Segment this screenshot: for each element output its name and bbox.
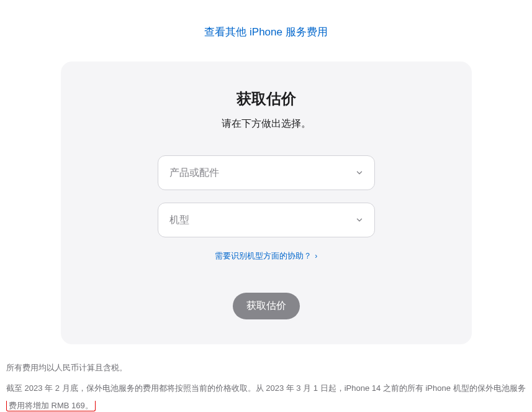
help-link-text: 需要识别机型方面的协助？ [215, 251, 312, 260]
product-select[interactable]: 产品或配件 [158, 155, 375, 190]
other-service-fees-link[interactable]: 查看其他 iPhone 服务费用 [204, 26, 327, 38]
top-link-container: 查看其他 iPhone 服务费用 [6, 25, 526, 39]
footer-line-2-part1: 截至 2023 年 2 月底，保外电池服务的费用都将按照当前的价格收取。从 20… [6, 383, 526, 393]
footer-line-2: 截至 2023 年 2 月底，保外电池服务的费用都将按照当前的价格收取。从 20… [6, 380, 526, 412]
footer-text: 所有费用均以人民币计算且含税。 截至 2023 年 2 月底，保外电池服务的费用… [6, 359, 526, 412]
card-title: 获取估价 [86, 89, 447, 109]
identify-model-help-link[interactable]: 需要识别机型方面的协助？ › [215, 251, 318, 260]
product-select-wrapper: 产品或配件 [158, 155, 375, 190]
chevron-right-icon: › [315, 252, 317, 260]
footer-line-1: 所有费用均以人民币计算且含税。 [6, 359, 526, 377]
model-select[interactable]: 机型 [158, 203, 375, 237]
estimate-card: 获取估价 请在下方做出选择。 产品或配件 机型 需要识别机型方面的协助？ › 获… [61, 62, 472, 344]
model-select-wrapper: 机型 [158, 203, 375, 237]
get-estimate-button[interactable]: 获取估价 [233, 293, 300, 319]
help-link-container: 需要识别机型方面的协助？ › [86, 250, 447, 262]
price-increase-highlight: 费用将增加 RMB 169。 [6, 401, 96, 411]
card-subtitle: 请在下方做出选择。 [86, 117, 447, 130]
